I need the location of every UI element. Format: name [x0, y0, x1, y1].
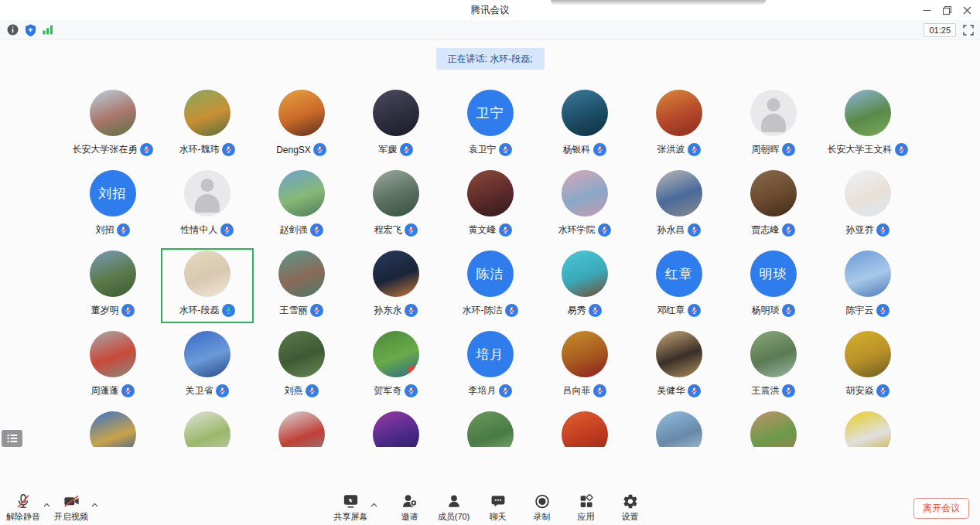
- participant-avatar: [90, 251, 136, 297]
- participant-tile[interactable]: 长安大学张在勇: [66, 85, 160, 165]
- participant-tile[interactable]: 王震洪: [726, 326, 821, 407]
- participant-name-row: 张洪波: [657, 143, 701, 156]
- participant-tile[interactable]: 长安大学王文科: [821, 85, 915, 165]
- participant-tile[interactable]: 程宏飞: [349, 165, 443, 246]
- participant-avatar: [656, 411, 702, 447]
- participant-name-row: 孙东永: [374, 304, 418, 317]
- leave-meeting-button[interactable]: 离开会议: [913, 498, 969, 519]
- participant-tile[interactable]: 水环学院: [538, 165, 632, 246]
- start-video-button[interactable]: 开启视频: [54, 493, 88, 523]
- restore-icon: [943, 6, 951, 15]
- participant-avatar: [750, 331, 797, 377]
- participant-tile[interactable]: 周朝晖: [726, 85, 821, 165]
- participant-tile[interactable]: 胡安焱: [821, 326, 915, 407]
- participant-tile[interactable]: 培月 李培月: [443, 326, 538, 407]
- mic-muted-icon: [782, 384, 795, 397]
- participant-avatar: [656, 90, 702, 136]
- participant-tile[interactable]: [349, 407, 443, 447]
- participant-name-row: DengSX: [276, 143, 326, 156]
- participant-tile[interactable]: 关卫省: [160, 326, 254, 407]
- participant-tile[interactable]: 水环-段磊: [160, 246, 254, 326]
- fullscreen-icon[interactable]: [963, 25, 974, 36]
- chat-button[interactable]: 聊天: [482, 493, 514, 523]
- window-title: 腾讯会议: [0, 0, 980, 20]
- participant-tile[interactable]: 陈宇云: [821, 246, 915, 326]
- share-options-chevron-icon[interactable]: [368, 503, 381, 507]
- participant-tile[interactable]: 吴健华: [632, 326, 726, 407]
- mic-muted-icon: [876, 223, 890, 237]
- participant-tile[interactable]: 明琰 杨明琰: [726, 246, 821, 326]
- participant-name-row: 水环-段磊: [179, 304, 235, 317]
- participant-tile[interactable]: 刘燕: [254, 326, 349, 407]
- participant-name: 贾志峰: [752, 223, 780, 237]
- mic-muted-icon: [688, 223, 701, 237]
- participant-tile[interactable]: 贾志峰: [726, 165, 821, 246]
- participant-tile[interactable]: 水环-魏玮: [160, 85, 254, 165]
- participant-name: 胡安焱: [846, 384, 874, 397]
- participant-tile[interactable]: 陈洁 水环-陈洁: [443, 246, 538, 326]
- participant-tile[interactable]: 吕向菲: [538, 326, 632, 407]
- participant-tile[interactable]: [821, 407, 915, 447]
- members-label: 成员(70): [438, 511, 470, 523]
- mic-muted-icon: [593, 143, 606, 156]
- participant-name-row: 杨银科: [563, 143, 606, 156]
- participant-tile[interactable]: 黄文峰: [443, 165, 538, 246]
- speaking-banner: 正在讲话: 水环-段磊;: [436, 48, 545, 70]
- participant-tile[interactable]: [726, 407, 821, 447]
- view-mode-toggle-button[interactable]: [2, 430, 22, 447]
- video-options-chevron-icon[interactable]: [88, 503, 101, 507]
- participant-tile[interactable]: 杨银科: [538, 85, 632, 165]
- participant-tile[interactable]: 孙永昌: [632, 165, 726, 246]
- participant-tile[interactable]: 孙东永: [349, 246, 443, 326]
- participant-name: 袁卫宁: [469, 143, 497, 156]
- participant-tile[interactable]: [160, 407, 254, 447]
- participant-name-row: 孙亚乔: [846, 223, 890, 237]
- participant-tile[interactable]: 红章 邓红章: [632, 246, 726, 326]
- participant-tile[interactable]: 军媛: [349, 85, 443, 165]
- mic-muted-icon: [499, 384, 512, 397]
- participant-tile[interactable]: 卫宁 袁卫宁: [443, 85, 538, 165]
- participant-tile[interactable]: 王雪丽: [254, 246, 349, 326]
- security-shield-icon[interactable]: [25, 24, 36, 36]
- participant-tile[interactable]: 周蓬蓬: [66, 326, 160, 407]
- participant-name: 水环-陈洁: [463, 304, 503, 317]
- minimize-button[interactable]: [917, 0, 937, 20]
- participant-tile[interactable]: 孙亚乔: [821, 165, 915, 246]
- participant-tile[interactable]: [66, 407, 160, 447]
- invite-button[interactable]: 邀请: [394, 493, 426, 523]
- participant-name: 赵剑强: [280, 223, 308, 237]
- participant-tile[interactable]: [632, 407, 726, 447]
- share-screen-button[interactable]: 共享屏幕: [334, 493, 368, 523]
- meeting-info-icon[interactable]: [7, 24, 19, 36]
- audio-options-chevron-icon[interactable]: [40, 503, 53, 507]
- network-signal-icon[interactable]: [43, 25, 53, 35]
- participant-avatar: [562, 90, 608, 136]
- participant-name-row: 易秀: [568, 304, 602, 317]
- participant-tile[interactable]: [538, 407, 632, 447]
- mic-muted-icon: [117, 223, 130, 237]
- close-button[interactable]: [957, 0, 977, 20]
- participant-name: 刘招: [96, 223, 114, 237]
- participant-tile[interactable]: 易秀: [538, 246, 632, 326]
- participant-avatar: [373, 90, 419, 136]
- participant-tile[interactable]: 张洪波: [632, 85, 726, 165]
- participant-tile[interactable]: DengSX: [254, 85, 349, 165]
- apps-button[interactable]: 应用: [570, 493, 603, 523]
- restore-button[interactable]: [937, 0, 957, 20]
- participant-tile[interactable]: [254, 407, 349, 447]
- participant-tile[interactable]: 性情中人: [160, 165, 254, 246]
- participant-tile[interactable]: [443, 407, 538, 447]
- unmute-button[interactable]: 解除静音: [6, 493, 40, 523]
- settings-button[interactable]: 设置: [614, 493, 647, 523]
- members-button[interactable]: 成员(70): [438, 493, 470, 523]
- participant-name-row: 杨明琰: [752, 304, 795, 317]
- participant-tile[interactable]: 赵剑强: [254, 165, 349, 246]
- participant-tile[interactable]: ★ 贺军奇: [349, 326, 443, 407]
- participant-name: 周朝晖: [752, 143, 780, 156]
- participant-name: 性情中人: [181, 223, 218, 237]
- participant-tile[interactable]: 刘招 刘招: [66, 165, 160, 246]
- participant-tile[interactable]: 董岁明: [66, 246, 160, 326]
- record-button[interactable]: 录制: [526, 493, 558, 523]
- participant-name: 吴健华: [657, 384, 685, 397]
- participant-name-row: 军媛: [379, 143, 413, 156]
